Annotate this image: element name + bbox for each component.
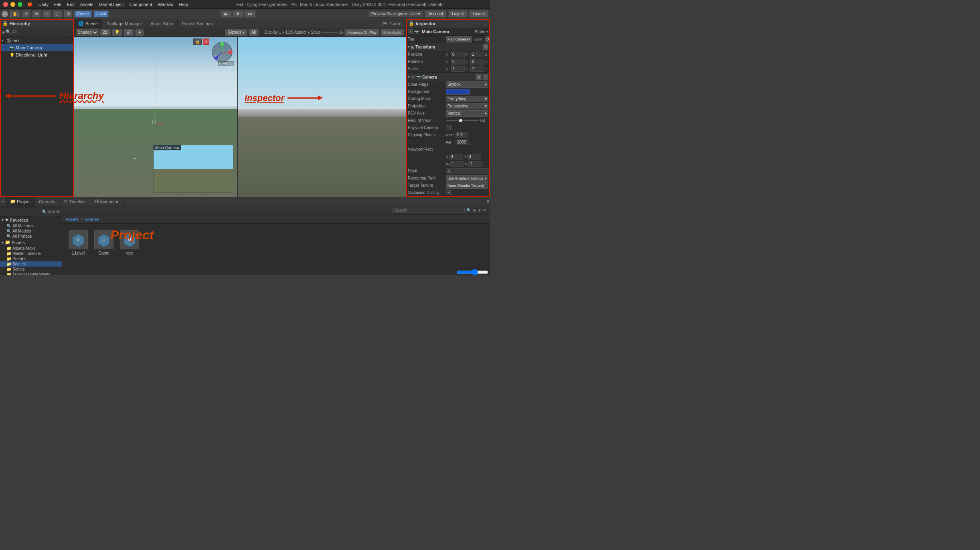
tab-animation[interactable]: 🎞 Animation xyxy=(90,197,124,206)
project-eye-filter[interactable]: 👁 xyxy=(483,208,487,212)
shading-dropdown[interactable]: Shaded xyxy=(76,29,99,36)
tool-hand[interactable]: ✋ xyxy=(10,10,20,18)
maximize-button[interactable] xyxy=(18,2,22,7)
breadcrumb-assets[interactable]: Assets xyxy=(65,217,79,222)
culling-mask-dropdown[interactable]: Everything ▾ xyxy=(446,96,488,102)
bottom-expand[interactable]: ⬆ xyxy=(486,199,490,204)
project-add-btn[interactable]: + xyxy=(2,209,4,215)
viewport-y[interactable] xyxy=(467,154,481,160)
gizmo-widget[interactable]: X Y Z xyxy=(210,40,234,64)
gizmos-button[interactable]: Gizmos ▾ xyxy=(225,29,247,36)
project-item-prefabs[interactable]: 📁 Prefabs xyxy=(0,256,62,261)
viewport-h[interactable] xyxy=(468,161,482,167)
project-settings-icon[interactable]: ⊕ xyxy=(48,210,51,214)
space-local[interactable]: Local xyxy=(93,10,109,18)
background-color-swatch[interactable] xyxy=(446,89,470,95)
object-enabled-checkbox[interactable]: ✓ xyxy=(408,29,413,34)
tab-timeline[interactable]: ⏱ Timeline xyxy=(60,197,90,206)
project-search-input[interactable] xyxy=(393,208,465,213)
step-button[interactable]: ⏭ xyxy=(245,10,256,18)
zoom-slider[interactable] xyxy=(456,271,488,274)
preview-packages-button[interactable]: Preview Packages in Use ▾ xyxy=(368,10,423,18)
scale-y[interactable] xyxy=(470,66,484,72)
pause-button[interactable]: ⏸ xyxy=(233,10,244,18)
breadcrumb-scenes[interactable]: Scenes xyxy=(84,217,99,222)
maximize-on-play[interactable]: Maximize On Play xyxy=(344,29,379,36)
camera-menu[interactable]: ⋮ xyxy=(483,74,488,80)
scene-menu-icon[interactable]: ⋮ xyxy=(68,38,72,43)
project-file-test[interactable]: U test xyxy=(120,230,139,255)
transform-gear[interactable]: ⚙ xyxy=(483,44,488,50)
menu-file[interactable]: File xyxy=(52,2,64,7)
position-y[interactable] xyxy=(470,52,484,57)
project-eye-icon[interactable]: 👁 xyxy=(56,210,60,214)
tab-scene[interactable]: 🌐 Scene xyxy=(74,19,102,28)
search-btn[interactable]: 🔍 xyxy=(466,208,471,212)
close-button[interactable] xyxy=(3,2,8,7)
static-arrow[interactable]: ▾ xyxy=(486,30,488,34)
projection-dropdown[interactable]: Perspective ▾ xyxy=(446,103,488,109)
project-item-all-materials[interactable]: 🔍 All Materials xyxy=(0,223,62,228)
favorites-header[interactable]: ▾ ★ Favorites xyxy=(0,216,62,223)
project-star-icon[interactable]: ★ xyxy=(52,210,55,214)
minimize-button[interactable] xyxy=(10,2,15,7)
tool-move[interactable]: ✛ xyxy=(22,10,30,18)
menu-component[interactable]: Component xyxy=(127,2,155,7)
viewport-w[interactable] xyxy=(450,161,464,167)
occlusion-checkbox[interactable]: ✓ xyxy=(446,190,451,195)
menu-apple[interactable]: 🍎 xyxy=(25,1,35,7)
fov-axis-dropdown[interactable]: Vertical ▾ xyxy=(446,110,488,117)
tab-project[interactable]: 📁 Project xyxy=(6,197,35,206)
inspector-menu-icon[interactable]: ⋮ xyxy=(483,21,488,26)
transform-header[interactable]: ▾ ⊞ Transform ⚙ xyxy=(406,43,490,51)
scale-x[interactable] xyxy=(451,66,465,72)
2d-button[interactable]: 2D xyxy=(100,29,111,36)
fov-slider-track[interactable] xyxy=(446,120,479,121)
depth-input[interactable] xyxy=(446,168,490,174)
pivot-center[interactable]: Center xyxy=(74,10,92,18)
scene-lock[interactable]: 🔒 xyxy=(193,38,202,45)
tab-console[interactable]: Console xyxy=(35,197,59,206)
inspector-lock-icon[interactable]: 🔒 xyxy=(409,21,414,26)
menu-window[interactable]: Window xyxy=(155,2,176,7)
hdr-dropdown[interactable]: Use Graphics Settings ▾ xyxy=(446,197,488,197)
project-file-game[interactable]: U Game xyxy=(94,230,113,255)
menu-unity[interactable]: Unity xyxy=(36,2,51,7)
tool-rect[interactable]: ⬚ xyxy=(53,10,62,18)
project-item-scripts[interactable]: 📁 Scripts xyxy=(0,267,62,272)
tab-project-settings[interactable]: Project Settings xyxy=(178,19,217,28)
menu-edit[interactable]: Edit xyxy=(65,2,77,7)
project-search[interactable]: 🔍 xyxy=(42,210,47,214)
tool-rotate[interactable]: ↻ xyxy=(32,10,41,18)
project-file-1level[interactable]: U 1.Level xyxy=(69,230,88,255)
project-filter-btn[interactable]: ⊕ xyxy=(473,208,476,212)
hierarchy-lock-icon[interactable]: 🔒 xyxy=(2,21,8,26)
menu-assets[interactable]: Assets xyxy=(78,2,96,7)
layers-button[interactable]: Layers xyxy=(448,10,468,18)
mute-audio[interactable]: Mute Audio xyxy=(381,29,404,36)
tab-package-manager[interactable]: Package Manager xyxy=(102,19,146,28)
account-button[interactable]: Account xyxy=(425,10,447,18)
search-all[interactable]: All xyxy=(249,29,259,36)
menu-gameobject[interactable]: GameObject xyxy=(97,2,126,7)
target-texture-dropdown[interactable]: None (Render Texture) xyxy=(446,182,488,189)
layout-button[interactable]: Layout xyxy=(469,10,488,18)
viewport-x[interactable] xyxy=(449,154,463,160)
project-item-assets-packs[interactable]: 📁 AssetsPacks xyxy=(0,246,62,251)
tab-asset-store[interactable]: Asset Store xyxy=(146,19,178,28)
play-button[interactable]: ▶ xyxy=(221,10,232,18)
tool-scale[interactable]: ⊕ xyxy=(43,10,51,18)
project-item-scenes[interactable]: 📁 Scenes xyxy=(0,261,62,267)
hierarchy-item-main-camera[interactable]: 📷 Main Camera xyxy=(0,44,74,51)
camera-settings[interactable]: ⚙ xyxy=(476,74,482,80)
project-item-terrain-sample[interactable]: 📁 TerrainSampleAssets xyxy=(0,272,62,275)
tab-game[interactable]: 🎮 Game xyxy=(378,19,406,28)
far-clip[interactable] xyxy=(456,140,470,145)
near-clip[interactable] xyxy=(456,132,468,138)
fov-slider-thumb[interactable] xyxy=(459,119,462,122)
tool-transform[interactable]: ⊞ xyxy=(64,10,73,18)
lights-button[interactable]: 💡 xyxy=(112,29,122,36)
rendering-path-dropdown[interactable]: Use Graphics Settings ▾ xyxy=(446,175,488,182)
tag-dropdown[interactable]: MainCamera ▾ xyxy=(446,36,472,42)
camera-header[interactable]: ▾ ✓ 📷 Camera ⚙ ⋮ xyxy=(406,73,490,81)
